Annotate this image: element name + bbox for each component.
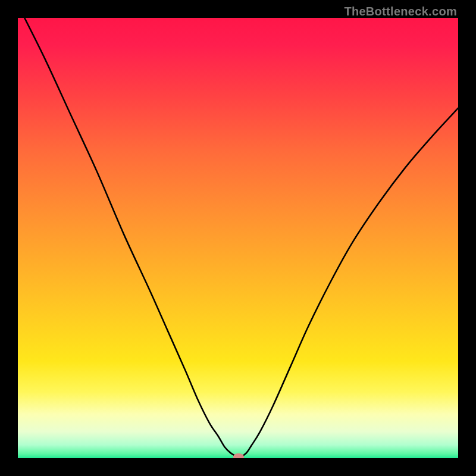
minimum-marker [233, 453, 244, 458]
bottleneck-curve [18, 18, 458, 458]
chart-frame: TheBottleneck.com [0, 0, 476, 476]
plot-area [18, 18, 458, 458]
watermark-text: TheBottleneck.com [344, 5, 457, 18]
